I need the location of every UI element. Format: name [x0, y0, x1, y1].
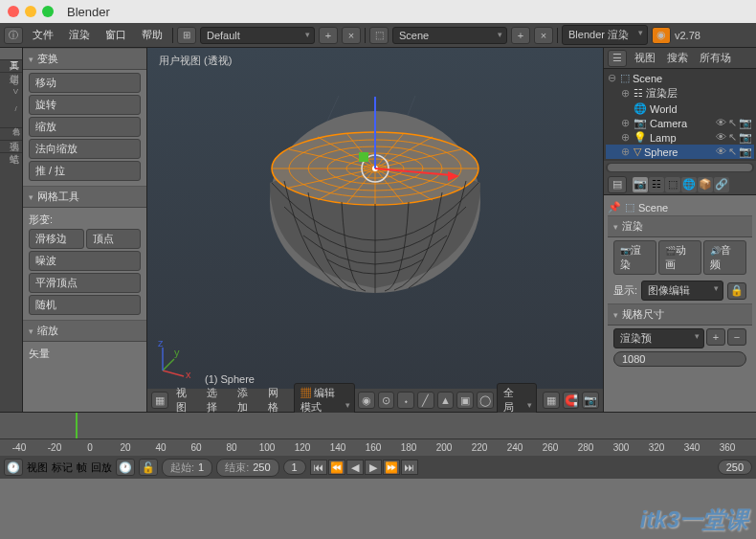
layout-dropdown[interactable]: Default [200, 27, 315, 44]
ptab-scene[interactable]: ⬚ [665, 177, 680, 192]
tab-options[interactable]: 选项 [0, 128, 22, 141]
eye-icon[interactable]: 👁 [716, 117, 726, 129]
minimize-window-button[interactable] [25, 6, 36, 17]
animation-button[interactable]: 🎬动画 [658, 240, 701, 275]
tree-item-sphere[interactable]: ⊕ ▽ Sphere 👁↖📷 [606, 145, 754, 159]
vertex-button[interactable]: 顶点 [86, 229, 142, 249]
panel-transform-header[interactable]: 变换 [23, 48, 146, 70]
timeline-editor-type-icon[interactable]: 🕐 [4, 459, 23, 476]
face-select-icon[interactable]: ▲ [437, 392, 455, 409]
close-window-button[interactable] [8, 6, 19, 17]
end-frame-field[interactable]: 结束: 250 [216, 459, 278, 477]
properties-editor-icon[interactable]: ▤ [608, 176, 627, 193]
menu-render[interactable]: 渲染 [63, 28, 96, 42]
remove-preset-icon[interactable]: − [727, 328, 746, 346]
layers-icon[interactable]: ▦ [543, 392, 560, 409]
vp-menu-view[interactable]: 视图 [171, 386, 199, 415]
render-icon[interactable]: 📷 [739, 131, 752, 144]
menu-file[interactable]: 文件 [27, 28, 59, 42]
keyframe-prev-button[interactable]: ⏪ [328, 460, 345, 475]
current-frame-field[interactable]: 1 [283, 460, 306, 475]
pivot-icon[interactable]: ⊙ [378, 392, 395, 409]
ptab-constraints[interactable]: 🔗 [714, 177, 729, 192]
auto-keyframe-icon[interactable]: 🕐 [116, 459, 135, 476]
tab-create[interactable]: 创建 [0, 60, 22, 73]
remove-layout-icon[interactable]: × [342, 27, 361, 44]
keyframe-next-button[interactable]: ⏩ [383, 460, 400, 475]
vp-menu-add[interactable]: 添加 [233, 386, 260, 415]
start-frame-field[interactable]: 起始: 1 [162, 459, 212, 477]
info-editor-icon[interactable]: ⓘ [4, 27, 23, 44]
scene-dropdown[interactable]: Scene [392, 27, 507, 44]
menu-window[interactable]: 窗口 [100, 28, 132, 42]
panel-scale-header[interactable]: 缩放 [23, 320, 146, 342]
menu-help[interactable]: 帮助 [136, 28, 168, 42]
add-preset-icon[interactable]: + [706, 328, 725, 346]
proportional-edit-icon[interactable]: ◯ [477, 392, 494, 409]
tree-item-world[interactable]: 🌐 World [606, 101, 754, 116]
maximize-window-button[interactable] [42, 6, 54, 17]
jump-start-button[interactable]: ⏮ [310, 460, 327, 475]
slide-edge-button[interactable]: 滑移边 [29, 229, 84, 249]
push-pull-button[interactable]: 推 / 拉 [29, 161, 141, 181]
outliner-editor-icon[interactable]: ☰ [608, 50, 627, 67]
eye-icon[interactable]: 👁 [716, 146, 726, 158]
pin-icon[interactable]: 📌 [608, 201, 621, 213]
tl-menu-frame[interactable]: 帧 [77, 460, 87, 475]
manipulator-y-handle[interactable] [359, 152, 368, 162]
back-to-previous-icon[interactable]: ⊞ [177, 27, 196, 44]
vp-menu-mesh[interactable]: 网格 [263, 386, 291, 415]
vertex-select-icon[interactable]: ⬩ [397, 392, 414, 409]
outliner-all-scenes[interactable]: 所有场 [696, 51, 735, 65]
lock-interface-icon[interactable]: 🔒 [727, 282, 746, 300]
tl-menu-marker[interactable]: 标记 [52, 460, 73, 475]
render-panel-header[interactable]: 渲染 [608, 215, 752, 237]
cursor-icon[interactable]: ↖ [728, 117, 737, 129]
shading-mode-icon[interactable]: ◉ [358, 392, 375, 409]
add-scene-icon[interactable]: + [511, 27, 530, 44]
eye-icon[interactable]: 👁 [716, 131, 726, 144]
render-preview-icon[interactable]: 📷 [582, 392, 599, 409]
snap-icon[interactable]: 🧲 [563, 392, 580, 409]
viewport-editor-type-icon[interactable]: ▦ [151, 392, 168, 409]
render-icon[interactable]: 📷 [739, 117, 752, 129]
tab-grease-pencil[interactable]: 蜡笔 [0, 141, 22, 153]
tab-tools[interactable]: 工具 [0, 48, 22, 60]
play-reverse-button[interactable]: ◀ [346, 460, 364, 475]
mesh-sphere[interactable] [251, 97, 500, 326]
cursor-icon[interactable]: ↖ [728, 146, 737, 158]
ptab-render[interactable]: 📷 [633, 177, 648, 192]
normal-scale-button[interactable]: 法向缩放 [29, 139, 141, 159]
play-button[interactable]: ▶ [365, 460, 382, 475]
render-engine-dropdown[interactable]: Blender 渲染 [562, 25, 648, 45]
translate-button[interactable]: 移动 [29, 73, 141, 93]
tree-item-scene[interactable]: ⊖ ⬚ Scene [606, 71, 754, 85]
vp-menu-select[interactable]: 选择 [202, 386, 230, 415]
tree-item-renderlayers[interactable]: ⊕ ☷ 渲染层 [606, 85, 754, 101]
ptab-layers[interactable]: ☷ [649, 177, 664, 192]
timeline-ruler[interactable]: -40 -20 0 20 40 60 80 100 120 140 160 18… [0, 438, 756, 456]
ptab-object[interactable]: 📦 [698, 177, 713, 192]
outliner-tree[interactable]: ⊖ ⬚ Scene ⊕ ☷ 渲染层 🌐 World ⊕ 📷 Camera 👁↖📷 [604, 69, 756, 161]
tab-shading[interactable]: UV / 着色 [0, 73, 22, 128]
timeline-canvas[interactable] [0, 413, 756, 438]
remove-scene-icon[interactable]: × [534, 27, 553, 44]
panel-mesh-tools-header[interactable]: 网格工具 [23, 186, 146, 208]
edge-select-icon[interactable]: ╱ [417, 392, 434, 409]
tree-item-lamp[interactable]: ⊕ 💡 Lamp 👁↖📷 [606, 130, 754, 145]
render-preset-dropdown[interactable]: 渲染预 [613, 328, 704, 348]
tl-menu-view[interactable]: 视图 [27, 460, 48, 475]
rotate-button[interactable]: 旋转 [29, 95, 141, 115]
tree-item-camera[interactable]: ⊕ 📷 Camera 👁↖📷 [606, 116, 754, 130]
playhead[interactable] [76, 413, 78, 438]
resolution-x-field[interactable]: 1080 [613, 351, 746, 367]
cursor-icon[interactable]: ↖ [728, 131, 737, 144]
smooth-vertex-button[interactable]: 平滑顶点 [29, 273, 141, 293]
final-frame-field[interactable]: 250 [718, 460, 752, 475]
outliner-search[interactable]: 搜索 [663, 51, 692, 65]
ptab-world[interactable]: 🌐 [681, 177, 697, 192]
display-dropdown[interactable]: 图像编辑 [641, 281, 723, 301]
limit-selection-icon[interactable]: ▣ [456, 392, 474, 409]
lock-range-icon[interactable]: 🔓 [139, 459, 158, 476]
outliner-view[interactable]: 视图 [631, 51, 659, 65]
